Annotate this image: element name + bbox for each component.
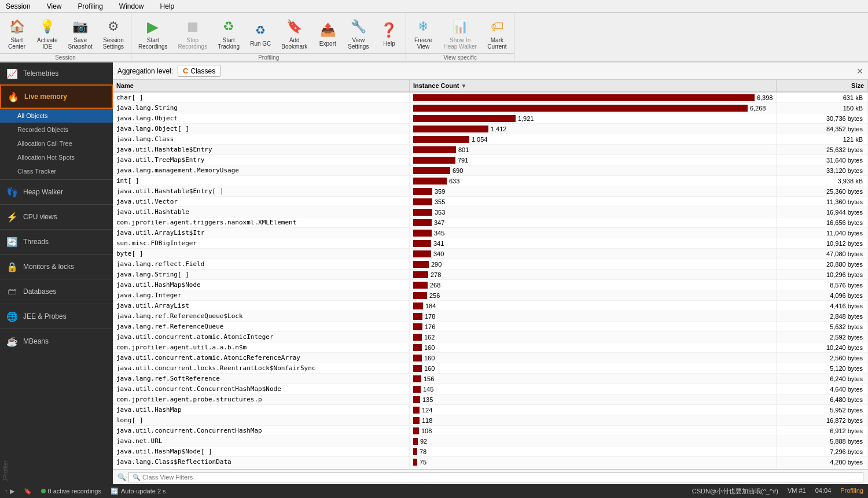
sidebar-item-mbeans[interactable]: ☕ MBeans (0, 330, 113, 352)
count-label: 92 (420, 438, 427, 445)
table-row[interactable]: java.util.HashMap1245,952 bytes (113, 405, 868, 415)
live-memory-icon: 🔥 (7, 90, 20, 103)
row-name: java.lang.Class (113, 134, 409, 145)
sidebar-item-all-objects[interactable]: All Objects (0, 109, 113, 123)
table-row[interactable]: com.jprofiler.agent.probe.structures.p13… (113, 394, 868, 405)
mark-current-button[interactable]: 🏷 MarkCurrent (483, 15, 512, 52)
row-size: 2,560 bytes (777, 353, 868, 363)
row-count: 353 (409, 207, 777, 217)
sidebar-item-databases[interactable]: 🗃 Databases (0, 281, 113, 303)
save-snapshot-button[interactable]: 📷 SaveSnapshot (64, 15, 97, 52)
menu-profiling[interactable]: Profiling (75, 1, 106, 12)
status-time: 04:04 (815, 487, 832, 496)
table-row[interactable]: java.util.ArrayList1844,416 bytes (113, 301, 868, 311)
count-label: 135 (422, 396, 433, 403)
table-row[interactable]: sun.misc.FDBigInteger34110,912 bytes (113, 238, 868, 249)
cpu-icon: ⚡ (6, 211, 19, 223)
table-row[interactable]: byte[ ]34047,080 bytes (113, 249, 868, 259)
menu-window[interactable]: Window (116, 1, 148, 12)
sidebar-item-threads[interactable]: 🔄 Threads (0, 231, 113, 253)
export-button[interactable]: 📤 Export (313, 15, 342, 52)
table-row[interactable]: java.util.concurrent.ConcurrentHashMap10… (113, 426, 868, 436)
table-row[interactable]: long[ ]11816,872 bytes (113, 415, 868, 426)
row-count: 108 (409, 426, 777, 436)
table-row[interactable]: java.lang.ref.SoftReference1566,240 byte… (113, 374, 868, 384)
count-label: 160 (424, 355, 435, 361)
table-row[interactable]: java.util.ArrayList$Itr34511,040 bytes (113, 228, 868, 238)
table-row[interactable]: java.lang.reflect.Field29020,880 bytes (113, 259, 868, 270)
row-name: java.lang.Object (113, 113, 409, 124)
table-row[interactable]: java.util.Hashtable$Entry[ ]35925,360 by… (113, 186, 868, 197)
instance-count-column-header[interactable]: Instance Count ▼ (409, 80, 777, 92)
run-gc-button[interactable]: ♻ Run GC (245, 15, 275, 52)
sidebar: 📈 Telemetries 🔥 Live memory All Objects … (0, 62, 113, 484)
stop-recordings-button[interactable]: ⏹ StopRecordings (174, 15, 212, 52)
table-row[interactable]: java.util.concurrent.atomic.AtomicRefere… (113, 353, 868, 363)
table-row[interactable]: com.jprofiler.agent.triggers.nanoxml.XML… (113, 217, 868, 228)
table-row[interactable]: com.jprofiler.agent.util.a.a.b.n$m16010,… (113, 342, 868, 353)
table-row[interactable]: java.lang.Integer2564,096 bytes (113, 290, 868, 301)
row-name: com.jprofiler.agent.util.a.a.b.n$m (113, 342, 409, 353)
sidebar-item-jee-probes[interactable]: 🌐 JEE & Probes (0, 305, 113, 327)
row-count: 176 (409, 322, 777, 332)
table-row[interactable]: java.lang.Class$ReflectionData754,200 by… (113, 457, 868, 467)
data-table[interactable]: Name Instance Count ▼ Size char[ ]6,3986… (113, 80, 868, 469)
freeze-view-button[interactable]: ❄ FreezeView (409, 15, 437, 52)
table-row[interactable]: java.util.Vector35511,360 bytes (113, 197, 868, 207)
mbeans-label: MBeans (23, 337, 49, 345)
start-center-button[interactable]: 🏠 StartCenter (2, 15, 31, 52)
table-row[interactable]: java.util.HashMap$Node2688,576 bytes (113, 280, 868, 290)
session-settings-button[interactable]: ⚙ SessionSettings (98, 15, 128, 52)
table-row[interactable]: java.util.Hashtable$Entry80125,632 bytes (113, 145, 868, 155)
sidebar-item-allocation-hot-spots[interactable]: Allocation Hot Spots (0, 150, 113, 164)
table-row[interactable]: java.net.URL925,888 bytes (113, 436, 868, 447)
table-row[interactable]: java.lang.String[ ]27810,296 bytes (113, 270, 868, 280)
sidebar-item-live-memory[interactable]: 🔥 Live memory (0, 84, 113, 109)
view-settings-button[interactable]: 🔧 ViewSettings (343, 15, 373, 52)
table-row[interactable]: java.lang.Object[ ]1,41284,352 bytes (113, 124, 868, 134)
size-column-header[interactable]: Size (777, 80, 868, 92)
table-row[interactable]: int[ ]6333,938 kB (113, 176, 868, 186)
row-size: 11,360 bytes (777, 197, 868, 207)
name-column-header[interactable]: Name (113, 80, 409, 92)
sidebar-item-class-tracker[interactable]: Class Tracker (0, 164, 113, 178)
instance-bar (413, 146, 456, 153)
start-tracking-button[interactable]: ♻ StartTracking (213, 15, 244, 52)
show-heap-walker-button[interactable]: 📊 Show InHeap Walker (439, 15, 481, 52)
table-row[interactable]: java.lang.Object1,92130,736 bytes (113, 113, 868, 124)
instance-bar (413, 198, 432, 205)
table-row[interactable]: java.util.concurrent.locks.ReentrantLock… (113, 363, 868, 374)
sidebar-item-heap-walker[interactable]: 👣 Heap Walker (0, 181, 113, 203)
status-auto-update: 🔄 Auto-update 2 s (111, 488, 166, 495)
table-row[interactable]: java.lang.Class1,054121 kB (113, 134, 868, 145)
table-row[interactable]: java.lang.ref.ReferenceQueue1765,632 byt… (113, 322, 868, 332)
table-row[interactable]: java.lang.management.MemoryUsage69033,12… (113, 165, 868, 176)
activate-ide-button[interactable]: 💡 ActivateIDE (32, 15, 62, 52)
table-row[interactable]: java.util.concurrent.ConcurrentHashMap$N… (113, 384, 868, 394)
filter-input[interactable] (128, 472, 863, 482)
sidebar-item-telemetries[interactable]: 📈 Telemetries (0, 62, 113, 84)
close-button[interactable]: ✕ (856, 67, 863, 76)
menu-session[interactable]: Session (2, 1, 34, 12)
start-recordings-button[interactable]: ▶ StartRecordings (134, 15, 172, 52)
sidebar-item-allocation-call-tree[interactable]: Allocation Call Tree (0, 137, 113, 150)
table-row[interactable]: java.lang.String6,268150 kB (113, 103, 868, 113)
sidebar-item-cpu-views[interactable]: ⚡ CPU views (0, 206, 113, 228)
table-row[interactable]: java.lang.ref.ReferenceQueue$Lock1782,84… (113, 311, 868, 322)
sidebar-item-monitors-locks[interactable]: 🔒 Monitors & locks (0, 256, 113, 278)
table-row[interactable]: char[ ]6,398631 kB (113, 92, 868, 103)
view-specific-group-label: View specific (406, 53, 513, 61)
table-row[interactable]: java.util.HashMap$Node[ ]787,296 bytes (113, 447, 868, 457)
add-bookmark-button[interactable]: 🔖 AddBookmark (277, 15, 312, 52)
table-row[interactable]: java.util.concurrent.atomic.AtomicIntege… (113, 332, 868, 342)
help-button[interactable]: ❓ Help (374, 15, 403, 52)
status-arrows: ↑ ▶ (5, 488, 14, 495)
table-row[interactable]: java.util.Hashtable35316,944 bytes (113, 207, 868, 217)
row-count: 345 (409, 228, 777, 238)
menu-view[interactable]: View (43, 1, 65, 12)
table-row[interactable]: java.util.TreeMap$Entry79131,640 bytes (113, 155, 868, 165)
menu-help[interactable]: Help (157, 1, 178, 12)
row-size: 8,576 bytes (777, 280, 868, 290)
aggregation-value[interactable]: C Classes (178, 65, 220, 77)
sidebar-item-recorded-objects[interactable]: Recorded Objects (0, 123, 113, 137)
